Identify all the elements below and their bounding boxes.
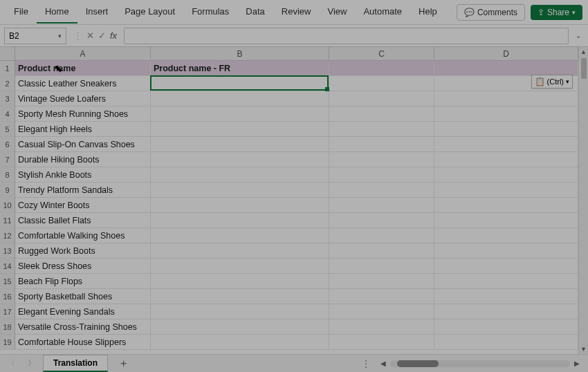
- row-header[interactable]: 9: [0, 183, 15, 198]
- row-header[interactable]: 14: [0, 259, 15, 274]
- row-header[interactable]: 1: [0, 61, 15, 76]
- cell[interactable]: [151, 213, 329, 227]
- cell[interactable]: Durable Hiking Boots: [15, 152, 151, 167]
- cell[interactable]: [329, 76, 434, 91]
- cell[interactable]: Comfortable Walking Shoes: [15, 228, 151, 243]
- cell[interactable]: [329, 304, 434, 319]
- ribbon-tab-home[interactable]: Home: [37, 1, 77, 24]
- add-sheet-button[interactable]: +: [108, 357, 139, 370]
- cell[interactable]: Stylish Ankle Boots: [15, 167, 151, 182]
- row-header[interactable]: 11: [0, 213, 15, 228]
- cell[interactable]: [151, 259, 329, 273]
- cell[interactable]: [434, 167, 578, 182]
- cell[interactable]: [151, 289, 329, 304]
- ribbon-tab-file[interactable]: File: [6, 1, 37, 24]
- cell[interactable]: Elegant Evening Sandals: [15, 304, 151, 319]
- horizontal-scrollbar[interactable]: ◀ ▶: [380, 360, 580, 367]
- row-header[interactable]: 5: [0, 122, 15, 137]
- cell[interactable]: [151, 183, 329, 197]
- cancel-icon[interactable]: ✕: [86, 30, 94, 41]
- cell[interactable]: [434, 137, 578, 151]
- fx-label[interactable]: fx: [110, 30, 117, 41]
- cell[interactable]: Comfortable House Slippers: [15, 335, 151, 349]
- cell[interactable]: Elegant High Heels: [15, 122, 151, 136]
- enter-icon[interactable]: ✓: [98, 30, 106, 41]
- cell[interactable]: [434, 152, 578, 167]
- vertical-scrollbar[interactable]: ▲ ▼: [578, 47, 588, 354]
- cell[interactable]: [434, 243, 578, 258]
- ribbon-tab-automate[interactable]: Automate: [355, 1, 410, 24]
- row-header[interactable]: 17: [0, 304, 15, 319]
- name-box[interactable]: B2 ▾: [4, 28, 66, 44]
- row-header[interactable]: 16: [0, 289, 15, 304]
- cells-region[interactable]: Product nameProduct name - FRClassic Lea…: [15, 61, 578, 350]
- row-header[interactable]: 19: [0, 335, 15, 350]
- cell[interactable]: [151, 274, 329, 288]
- cell[interactable]: [434, 106, 578, 121]
- scroll-down-icon[interactable]: ▼: [579, 344, 588, 354]
- cell[interactable]: [329, 106, 434, 121]
- row-header[interactable]: 7: [0, 152, 15, 167]
- cell[interactable]: [434, 304, 578, 319]
- cell[interactable]: [329, 213, 434, 227]
- row-header[interactable]: 18: [0, 319, 15, 335]
- row-header[interactable]: 6: [0, 137, 15, 152]
- cell[interactable]: [151, 335, 329, 349]
- cell[interactable]: [434, 319, 578, 334]
- cell[interactable]: [151, 152, 329, 167]
- paste-options-button[interactable]: 📋 (Ctrl) ▾: [531, 75, 573, 89]
- cell[interactable]: [151, 198, 329, 212]
- cell[interactable]: Sporty Mesh Running Shoes: [15, 106, 151, 121]
- cell[interactable]: Beach Flip Flops: [15, 274, 151, 288]
- row-header[interactable]: 12: [0, 228, 15, 243]
- scroll-thumb[interactable]: [581, 58, 587, 79]
- cell[interactable]: [434, 122, 578, 136]
- row-header[interactable]: 13: [0, 243, 15, 259]
- cell[interactable]: [434, 274, 578, 288]
- tab-nav-prev[interactable]: 〈: [7, 357, 15, 369]
- cell[interactable]: [329, 198, 434, 212]
- tab-nav-next[interactable]: 〉: [28, 357, 36, 369]
- select-all-corner[interactable]: [0, 47, 15, 61]
- cell[interactable]: [434, 289, 578, 304]
- ribbon-tab-insert[interactable]: Insert: [77, 1, 117, 24]
- cell[interactable]: [329, 319, 434, 334]
- cell[interactable]: [151, 243, 329, 258]
- cell[interactable]: [329, 183, 434, 197]
- row-header[interactable]: 8: [0, 167, 15, 183]
- cell[interactable]: Classic Ballet Flats: [15, 213, 151, 227]
- scroll-right-icon[interactable]: ▶: [574, 360, 580, 367]
- cell[interactable]: Versatile Cross-Training Shoes: [15, 319, 151, 334]
- ribbon-tab-formulas[interactable]: Formulas: [183, 1, 237, 24]
- column-header-c[interactable]: C: [329, 47, 434, 60]
- ribbon-tab-page-layout[interactable]: Page Layout: [116, 1, 183, 24]
- cell[interactable]: [329, 274, 434, 288]
- cell[interactable]: [329, 61, 434, 75]
- cell[interactable]: Sporty Basketball Shoes: [15, 289, 151, 304]
- column-header-a[interactable]: A: [15, 47, 151, 60]
- cell[interactable]: [151, 137, 329, 151]
- cell[interactable]: [329, 259, 434, 273]
- ribbon-tab-data[interactable]: Data: [237, 1, 273, 24]
- cell[interactable]: [329, 122, 434, 136]
- cell[interactable]: Rugged Work Boots: [15, 243, 151, 258]
- row-header[interactable]: 10: [0, 198, 15, 213]
- cell[interactable]: [329, 228, 434, 243]
- cell[interactable]: [434, 259, 578, 273]
- row-header[interactable]: 4: [0, 106, 15, 122]
- formula-expand-icon[interactable]: ⌄: [573, 32, 584, 39]
- scroll-up-icon[interactable]: ▲: [579, 47, 588, 57]
- cell[interactable]: Product name: [15, 61, 151, 75]
- cell[interactable]: Classic Leather Sneakers: [15, 76, 151, 91]
- ribbon-tab-help[interactable]: Help: [410, 1, 445, 24]
- cell[interactable]: [434, 91, 578, 106]
- cell[interactable]: [151, 76, 329, 91]
- ribbon-tab-view[interactable]: View: [319, 1, 355, 24]
- cell[interactable]: Cozy Winter Boots: [15, 198, 151, 212]
- cell[interactable]: [151, 91, 329, 106]
- cell[interactable]: Sleek Dress Shoes: [15, 259, 151, 273]
- cell[interactable]: [329, 152, 434, 167]
- cell[interactable]: [329, 335, 434, 349]
- cell[interactable]: [151, 106, 329, 121]
- cell[interactable]: [434, 198, 578, 212]
